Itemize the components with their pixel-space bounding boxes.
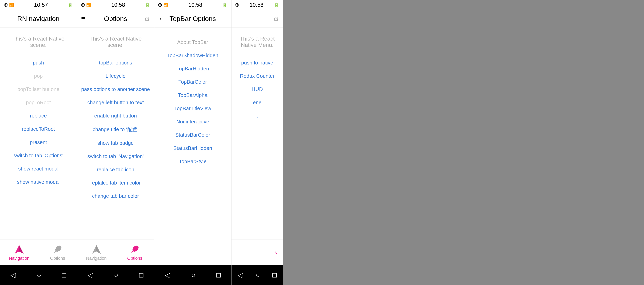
link-topbarstyle[interactable]: TopBarStyle (158, 155, 227, 168)
top-bar-title-1: RN navigation (17, 15, 60, 22)
nav-bar-1: ◁ ○ □ (0, 265, 77, 285)
scene-text-4: This's a React Native Menu. (236, 36, 279, 48)
content-3: About TopBar TopBarShadowHidden TopBarHi… (154, 28, 231, 240)
battery-icon-2: 🔋 (145, 2, 150, 7)
nav-bar-3: ◁ ○ □ (154, 265, 231, 285)
home-button-1[interactable]: ○ (37, 271, 41, 279)
signal-icon-2: 📶 (86, 2, 91, 7)
svg-point-15 (237, 4, 238, 6)
top-bar-1: RN navigation (0, 10, 77, 28)
wifi-icon-2 (81, 3, 85, 7)
link-popto[interactable]: popTo last but one (4, 83, 73, 96)
recents-button-2[interactable]: □ (139, 271, 144, 279)
back-button-3[interactable]: ◁ (165, 271, 170, 279)
time-1: 10:57 (34, 2, 48, 8)
link-switch-to-nav[interactable]: switch to tab 'Navigation' (81, 150, 150, 163)
wifi-icon-3 (158, 3, 162, 7)
tab-label-options-1: Options (50, 256, 65, 261)
screen-3: 📶 10:58 🔋 ← TopBar Options About TopBar … (154, 0, 232, 285)
link-shownativemodal[interactable]: show native modal (4, 176, 73, 189)
top-bar-title-2: Options (104, 15, 127, 22)
link-topbaralpha[interactable]: TopBarAlpha (158, 88, 227, 102)
tab-options-2[interactable]: Options (116, 244, 154, 261)
link-topbarcolor[interactable]: TopBarColor (158, 75, 227, 88)
link-change-tab-bar-color[interactable]: change tab bar color (81, 190, 150, 203)
tab-label-navigation-1: Navigation (9, 256, 30, 261)
link-replace-tab-color[interactable]: replalce tab item color (81, 176, 150, 190)
status-bar-2: 📶 10:58 🔋 (77, 0, 154, 10)
tab-navigation-2[interactable]: Navigation (77, 244, 116, 261)
nav-bar-4: ◁ ○ □ (232, 265, 283, 285)
link-noninteractive[interactable]: Noninteractive (158, 115, 227, 128)
tab-navigation-1[interactable]: Navigation (0, 244, 38, 261)
navigation-tab-icon-1 (14, 244, 24, 254)
nav-bar-2: ◁ ○ □ (77, 265, 154, 285)
home-button-3[interactable]: ○ (191, 271, 196, 279)
status-icons-left-3: 📶 (158, 2, 168, 7)
back-button-4[interactable]: ◁ (238, 271, 243, 279)
options-tab-icon-1 (52, 244, 63, 254)
link-push-to-native[interactable]: push to native (236, 56, 279, 70)
link-partial-2[interactable]: t (236, 109, 279, 122)
screen-2: 📶 10:58 🔋 ≡ Options ⚙ This's a React Nat… (77, 0, 154, 285)
link-present[interactable]: present (4, 136, 73, 149)
back-icon-3[interactable]: ← (158, 14, 166, 23)
top-bar-4: ⚙ (232, 10, 283, 28)
svg-point-7 (82, 4, 84, 6)
link-replace-tab-icon[interactable]: replalce tab icon (81, 163, 150, 176)
scene-text-2: This's a React Native scene. (81, 36, 150, 48)
link-partial-1[interactable]: ene (236, 96, 279, 109)
navigation-tab-icon-2 (91, 244, 102, 254)
svg-marker-9 (96, 245, 101, 254)
link-change-title[interactable]: change title to '配置' (81, 122, 150, 136)
link-pop[interactable]: pop (4, 70, 73, 83)
link-switchtooptions[interactable]: switch to tab 'Options' (4, 149, 73, 162)
battery-icon-1: 🔋 (68, 2, 73, 7)
menu-icon-2[interactable]: ≡ (81, 14, 86, 23)
settings-icon-2[interactable]: ⚙ (144, 15, 150, 23)
link-topbar-options[interactable]: topBar options (81, 56, 150, 70)
link-topbarshadowhidden[interactable]: TopBarShadowHidden (158, 49, 227, 62)
battery-icon-4: 🔋 (274, 2, 279, 7)
home-button-4[interactable]: ○ (256, 271, 260, 279)
back-button-2[interactable]: ◁ (88, 271, 93, 279)
link-poptoroot[interactable]: popToRoot (4, 96, 73, 109)
recents-button-3[interactable]: □ (216, 271, 221, 279)
link-hud[interactable]: HUD (236, 83, 279, 96)
top-bar-title-3: TopBar Options (170, 15, 216, 22)
content-2: This's a React Native scene. topBar opti… (77, 28, 154, 240)
link-pass-options[interactable]: pass options to another scene (81, 83, 150, 96)
link-redux-counter[interactable]: Redux Counter (236, 70, 279, 83)
top-bar-2: ≡ Options ⚙ (77, 10, 154, 28)
home-button-2[interactable]: ○ (114, 271, 118, 279)
link-topbartitleview[interactable]: TopBarTitleView (158, 102, 227, 115)
svg-marker-3 (19, 245, 24, 254)
tab-options-1[interactable]: Options (38, 244, 77, 261)
gray-bg (283, 0, 644, 285)
link-push[interactable]: push (4, 56, 73, 70)
link-enable-right-button[interactable]: enable right button (81, 109, 150, 122)
link-replacetoroot[interactable]: replaceToRoot (4, 122, 73, 136)
link-statusbarhidden[interactable]: StatusBarHidden (158, 142, 227, 155)
link-statusbarcolor[interactable]: StatusBarColor (158, 128, 227, 142)
status-bar-3: 📶 10:58 🔋 (154, 0, 231, 10)
recents-button-1[interactable]: □ (62, 271, 66, 279)
settings-icon-4[interactable]: ⚙ (273, 15, 279, 23)
partial-tab-label-4: s (274, 250, 277, 255)
status-icons-left-4 (236, 3, 239, 7)
link-showreactmodal[interactable]: show react modal (4, 162, 73, 176)
bottom-tabs-1: Navigation Options (0, 240, 77, 265)
link-replace[interactable]: replace (4, 109, 73, 122)
recents-button-4[interactable]: □ (272, 271, 277, 279)
scene-text-1: This's a React Native scene. (4, 36, 73, 48)
status-icons-left-1: 📶 (4, 2, 14, 7)
section-header-3: About TopBar (158, 36, 227, 49)
link-lifecycle[interactable]: Lifecycle (81, 70, 150, 83)
back-button-1[interactable]: ◁ (10, 271, 16, 279)
link-topbarhidden[interactable]: TopBarHidden (158, 62, 227, 75)
status-bar-4: 10:58 🔋 (232, 0, 283, 10)
top-bar-3: ← TopBar Options (154, 10, 231, 28)
link-show-tab-badge[interactable]: show tab badge (81, 136, 150, 150)
link-change-left-button[interactable]: change left button to text (81, 96, 150, 109)
tab-label-navigation-2: Navigation (86, 256, 107, 261)
